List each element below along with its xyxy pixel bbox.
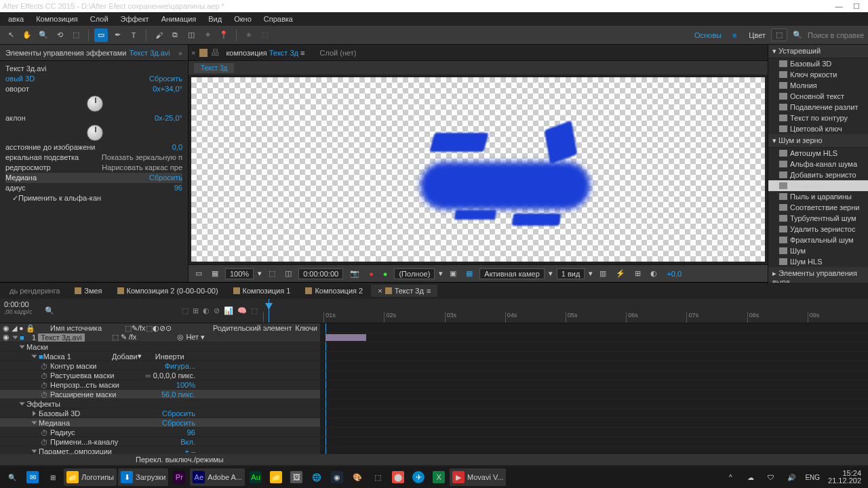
- tray-up-icon[interactable]: ^: [721, 468, 740, 486]
- effect-radius-row[interactable]: ⏱Радиус96: [0, 428, 320, 437]
- preset-colorkey[interactable]: Цветовой ключ: [768, 123, 868, 134]
- prop-preview-value[interactable]: Нарисовать каркас пре: [102, 163, 182, 173]
- mask-mode[interactable]: Добави: [112, 352, 138, 361]
- panel-menu-icon[interactable]: »: [178, 49, 182, 57]
- effects-panel-tab[interactable]: Элементы управления эффектами Текст 3д.a…: [0, 45, 188, 61]
- movavi-icon[interactable]: ▶Movavi V...: [450, 468, 506, 486]
- preset-lumakey[interactable]: Ключ яркости: [768, 69, 868, 80]
- toggle-switches[interactable]: Перекл. выключ./режимы: [136, 455, 224, 464]
- preset-noisehls[interactable]: Шум HLS: [768, 256, 868, 267]
- brain-icon[interactable]: 🧠: [237, 306, 247, 315]
- resolution-select[interactable]: (Полное): [394, 268, 435, 279]
- render-queue-tab[interactable]: дь рендеринга: [3, 285, 66, 297]
- prop-rotate-value[interactable]: 0x+34,0°: [153, 84, 182, 94]
- preset-fractal[interactable]: Фрактальный шум: [768, 235, 868, 245]
- snap-icon[interactable]: ⬚: [251, 306, 258, 315]
- camera-tool-icon[interactable]: ⬚: [69, 28, 83, 42]
- effect-basic3d[interactable]: овый 3D: [5, 74, 35, 84]
- preset-matchgrain[interactable]: Соответствие зерни: [768, 202, 868, 213]
- view-select[interactable]: 1 вид: [557, 268, 585, 279]
- menu-help[interactable]: Справка: [258, 14, 298, 24]
- rotate-knob[interactable]: [87, 96, 103, 112]
- image-icon[interactable]: 🖼: [287, 468, 306, 486]
- current-time-display[interactable]: 0:00:00,00 кадр/с: [0, 299, 41, 323]
- tray-clock[interactable]: 15:2421.12.202: [824, 470, 865, 485]
- search-icon[interactable]: 🔍: [793, 30, 802, 39]
- preset-basic3d[interactable]: Базовый 3D: [768, 58, 868, 69]
- layer-name[interactable]: Текст 3д.avi: [38, 333, 84, 342]
- camera-select[interactable]: Активная камер: [479, 268, 544, 279]
- search-icon[interactable]: 🔍: [45, 306, 54, 315]
- mask-feather[interactable]: ⏱Растушевка маски∞ 0,0,0,0 пикс.: [0, 371, 320, 380]
- preset-median[interactable]: Медиана: [768, 180, 868, 191]
- menu-layer[interactable]: Слой: [85, 14, 114, 24]
- mask-path[interactable]: ⏱Контур маскиФигура...: [0, 361, 320, 371]
- mask-opacity[interactable]: ⏱Непрозр...сть маски100%: [0, 380, 320, 390]
- comp-name[interactable]: Текст 3д: [269, 49, 298, 57]
- excel-icon[interactable]: X: [429, 468, 448, 486]
- rectangle-tool-icon[interactable]: ▭: [94, 28, 108, 42]
- tl-tab-3[interactable]: Композиция 2: [298, 285, 370, 297]
- audition-icon[interactable]: Au: [246, 468, 265, 486]
- hand-tool-icon[interactable]: ✋: [20, 28, 34, 42]
- tl-tab-4[interactable]: × Текст 3д ≡: [371, 285, 437, 297]
- roto-tool-icon[interactable]: ✧: [201, 28, 214, 42]
- orbit-tool-icon[interactable]: ⟲: [53, 28, 66, 42]
- fast-icon[interactable]: ⚡: [613, 269, 628, 278]
- flowchart-icon[interactable]: 品: [212, 47, 219, 58]
- preset-dust[interactable]: Пыль и царапины: [768, 191, 868, 202]
- time-ruler[interactable]: 01s 02s 03s 04s 05s 06s 07s 08s 09s: [263, 299, 868, 323]
- exposure-icon[interactable]: ◐: [648, 269, 660, 278]
- paint-icon[interactable]: 🎨: [348, 468, 367, 486]
- masks-group[interactable]: Маски: [0, 342, 320, 352]
- menu-animation[interactable]: Анимация: [156, 14, 202, 24]
- menu-view[interactable]: Вид: [203, 14, 227, 24]
- comp-options-row[interactable]: Парамет...омпозиции+ –: [0, 447, 320, 454]
- reset-link[interactable]: Сбросить: [149, 74, 182, 84]
- tl-tab-2[interactable]: Композиция 1: [226, 285, 298, 297]
- folder-logos[interactable]: 📁Логотипы: [64, 468, 117, 486]
- category-legacy[interactable]: ▾ Устаревший: [768, 45, 868, 58]
- mask-invert[interactable]: Инверти: [155, 352, 184, 361]
- preset-basictext[interactable]: Основной текст: [768, 91, 868, 102]
- workspace-color[interactable]: Цвет: [749, 31, 766, 39]
- tray-defender-icon[interactable]: 🛡: [762, 468, 781, 486]
- parent-select[interactable]: Нет: [186, 333, 199, 341]
- grid-icon[interactable]: ▦: [209, 269, 221, 278]
- preset-autonoise[interactable]: Автошум HLS: [768, 148, 868, 159]
- preset-lightning[interactable]: Молния: [768, 80, 868, 91]
- snap-icon[interactable]: ⬚: [258, 28, 272, 42]
- reset-median[interactable]: Сбросить: [149, 173, 182, 183]
- layer-tab[interactable]: Слой (нет): [313, 47, 363, 59]
- menu-effect[interactable]: Эффект: [115, 14, 155, 24]
- tray-volume-icon[interactable]: 🔊: [782, 468, 801, 486]
- current-time[interactable]: 0:00:00:00: [298, 268, 343, 279]
- chrome-icon[interactable]: 🌐: [307, 468, 326, 486]
- prop-alpha[interactable]: Применить к альфа-кан: [18, 193, 101, 203]
- effect-median[interactable]: Медиана: [5, 173, 37, 183]
- composition-viewer[interactable]: [189, 75, 768, 264]
- tl-tab-0[interactable]: Змея: [68, 285, 108, 297]
- preset-addgrain[interactable]: Добавить зернисто: [768, 169, 868, 180]
- preset-noise[interactable]: Шум: [768, 245, 868, 256]
- effect-alpha-row[interactable]: ⏱Примени...я-каналуВкл.: [0, 437, 320, 447]
- category-noise[interactable]: ▾ Шум и зерно: [768, 134, 868, 148]
- preset-alphanoise[interactable]: Альфа-канал шума: [768, 159, 868, 169]
- clone-tool-icon[interactable]: ⧉: [168, 28, 182, 42]
- folder-downloads[interactable]: ⬇Загрузки: [118, 468, 168, 486]
- eraser-tool-icon[interactable]: ◫: [184, 28, 198, 42]
- magnify-icon[interactable]: ▭: [193, 269, 205, 278]
- telegram-icon[interactable]: ✈: [409, 468, 428, 486]
- comp-icon[interactable]: ⊞: [193, 306, 199, 315]
- zoom-tool-icon[interactable]: 🔍: [37, 28, 50, 42]
- comp-subtab[interactable]: Текст 3д: [194, 63, 234, 73]
- prop-tilt-value[interactable]: 0x-25,0°: [155, 113, 182, 123]
- workspace-menu-icon[interactable]: ≡: [732, 31, 736, 39]
- mask-expansion[interactable]: ⏱Расширение маски56,0 пикс.: [0, 390, 320, 399]
- help-search[interactable]: Поиск в справке: [808, 31, 864, 39]
- timeline-icon[interactable]: ⊞: [632, 269, 644, 278]
- channel-icon[interactable]: ●: [366, 270, 376, 278]
- preset-pathtext[interactable]: Текст по контуру: [768, 113, 868, 123]
- layer-row[interactable]: ◉■1 Текст 3д.avi⬚ ✎ /fx◎ Нет ▾: [0, 333, 320, 342]
- timeline-tracks[interactable]: [320, 323, 868, 454]
